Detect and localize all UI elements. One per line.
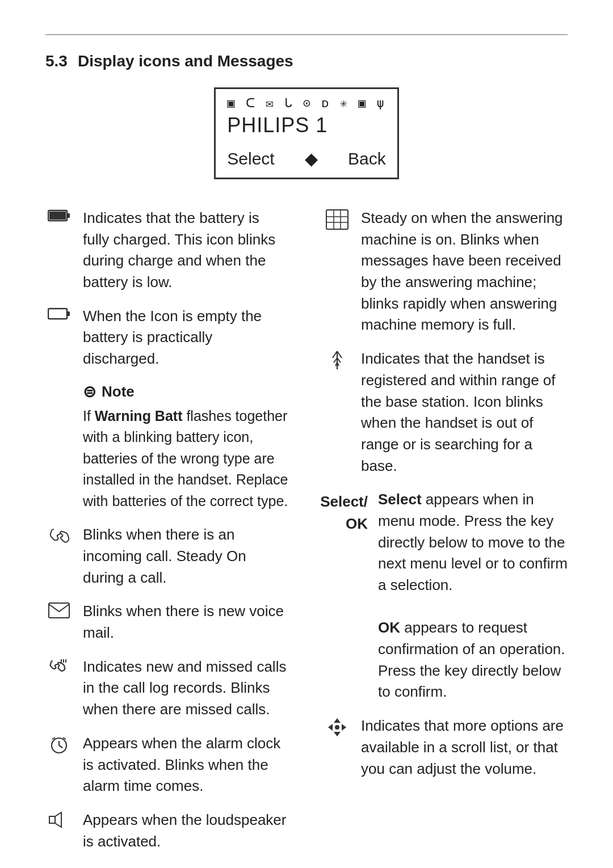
list-item: When the Icon is empty the battery is pr… [45, 306, 289, 370]
svg-rect-5 [49, 603, 69, 618]
select-ok-label: Select/ OK [324, 489, 368, 535]
phone-name-row: PHILIPS 1 [227, 113, 385, 137]
note-body: If Warning Batt flashes together with a … [83, 406, 289, 512]
softkey-left: Select [227, 149, 274, 168]
alarm-svg [49, 735, 69, 755]
note-header: ⊜ Note [83, 382, 289, 401]
loudspeaker-text: Appears when the loudspeaker is activate… [83, 810, 289, 852]
svg-rect-14 [49, 816, 55, 823]
note-label: Note [102, 383, 135, 401]
scroll-arrow-icon [324, 715, 351, 738]
handset-range-svg [327, 350, 347, 370]
svg-point-35 [335, 725, 339, 730]
svg-line-11 [59, 745, 62, 748]
missed-calls-svg [49, 658, 69, 679]
alarm-text: Appears when the alarm clock is activate… [83, 733, 289, 797]
list-item: Steady on when the answering machine is … [324, 208, 568, 336]
battery-empty-svg [48, 307, 70, 320]
top-rule [45, 34, 568, 35]
list-item: Indicates new and missed calls in the ca… [45, 656, 289, 720]
handset-range-text: Indicates that the handset is registered… [361, 348, 568, 477]
voicemail-svg [48, 602, 70, 618]
note-icon: ⊜ [83, 382, 96, 401]
battery-empty-icon [45, 306, 73, 320]
alarm-icon [45, 733, 73, 755]
call-svg [49, 526, 69, 546]
col-right: Steady on when the answering machine is … [324, 208, 568, 868]
svg-marker-31 [334, 718, 341, 723]
scroll-arrow-text: Indicates that more options are availabl… [361, 715, 568, 779]
voicemail-icon [45, 601, 73, 618]
svg-marker-15 [55, 812, 61, 827]
list-item: Blinks when there is an incoming call. S… [45, 524, 289, 588]
voicemail-text: Blinks when there is new voice mail. [83, 601, 289, 643]
scroll-arrow-svg [327, 717, 347, 738]
phone-softkeys-row: Select ◆ Back [227, 149, 385, 168]
note-box: ⊜ Note If Warning Batt flashes together … [83, 382, 289, 512]
ringer-off-icon [45, 865, 73, 868]
list-item: Appears when the ringer is off. [45, 865, 289, 868]
list-item: Appears when the loudspeaker is activate… [45, 810, 289, 852]
answering-machine-text: Steady on when the answering machine is … [361, 208, 568, 336]
svg-rect-19 [326, 210, 348, 229]
list-item: Indicates that the handset is registered… [324, 348, 568, 477]
section-title: Display icons and Messages [78, 52, 293, 70]
ok-label: OK [346, 513, 368, 535]
list-item: Indicates that the battery is fully char… [45, 208, 289, 293]
svg-marker-32 [334, 732, 341, 736]
svg-rect-2 [67, 213, 70, 218]
battery-full-icon [45, 208, 73, 222]
loudspeaker-svg [49, 811, 69, 828]
handset-range-icon [324, 348, 351, 370]
svg-line-26 [337, 351, 342, 358]
phone-display-container: ▣ ᑕ ✉ ᒐ ⊙ ᴅ ✳ ▣ ψ PHILIPS 1 Select ◆ Bac… [45, 87, 568, 179]
incoming-call-text: Blinks when there is an incoming call. S… [83, 524, 289, 588]
select-label: Select/ [320, 491, 368, 513]
content-columns: Indicates that the battery is fully char… [45, 208, 568, 868]
list-item: Select/ OK Select appears when in menu m… [324, 489, 568, 703]
phone-icons-row: ▣ ᑕ ✉ ᒐ ⊙ ᴅ ✳ ▣ ψ [227, 96, 385, 111]
answering-machine-svg [326, 209, 349, 230]
missed-calls-icon [45, 656, 73, 679]
incoming-call-icon [45, 524, 73, 546]
loudspeaker-icon [45, 810, 73, 828]
answering-machine-icon [324, 208, 351, 230]
phone-display: ▣ ᑕ ✉ ᒐ ⊙ ᴅ ✳ ▣ ψ PHILIPS 1 Select ◆ Bac… [214, 87, 398, 179]
battery-full-text: Indicates that the battery is fully char… [83, 208, 289, 293]
svg-marker-33 [328, 724, 333, 731]
battery-empty-text: When the Icon is empty the battery is pr… [83, 306, 289, 370]
page: 5.3Display icons and Messages ▣ ᑕ ✉ ᒐ ⊙ … [0, 0, 613, 868]
battery-full-svg [48, 209, 70, 222]
svg-rect-3 [48, 309, 67, 319]
section-heading: 5.3Display icons and Messages [45, 52, 568, 70]
svg-rect-1 [49, 212, 66, 220]
ringer-off-text: Appears when the ringer is off. [83, 865, 289, 868]
list-item: Indicates that more options are availabl… [324, 715, 568, 779]
list-item: Appears when the alarm clock is activate… [45, 733, 289, 797]
svg-line-25 [333, 351, 337, 358]
missed-calls-text: Indicates new and missed calls in the ca… [83, 656, 289, 720]
svg-rect-4 [67, 311, 70, 316]
softkey-right: Back [348, 149, 386, 168]
list-item: Blinks when there is new voice mail. [45, 601, 289, 643]
section-number: 5.3 [45, 52, 68, 70]
col-left: Indicates that the battery is fully char… [45, 208, 289, 868]
select-ok-text: Select appears when in menu mode. Press … [378, 489, 568, 703]
softkey-arrow: ◆ [305, 149, 318, 168]
svg-marker-34 [342, 724, 346, 731]
